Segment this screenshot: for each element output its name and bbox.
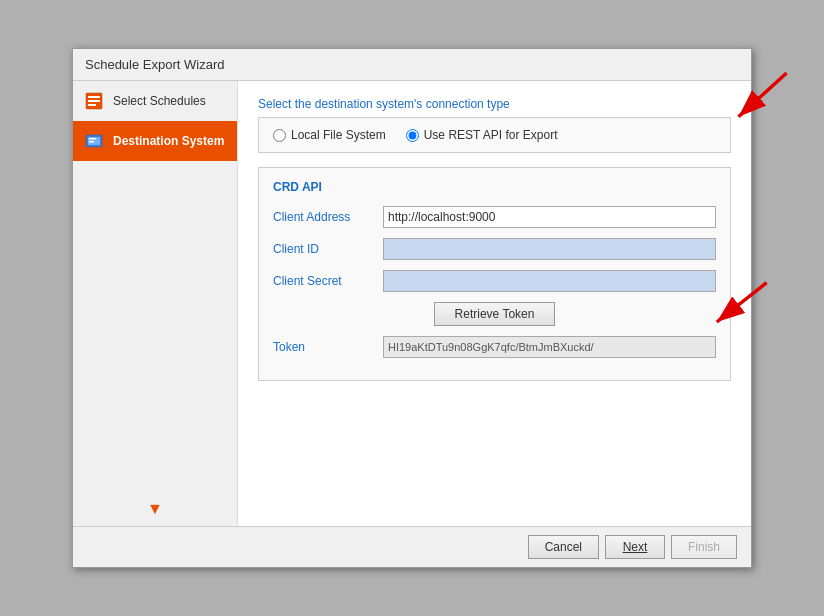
svg-rect-6 bbox=[89, 138, 96, 140]
connection-type-section: Select the destination system's connecti… bbox=[258, 97, 731, 153]
svg-rect-2 bbox=[88, 100, 100, 102]
dialog-title-bar: Schedule Export Wizard bbox=[73, 49, 751, 81]
radio-local-file-label: Local File System bbox=[291, 128, 386, 142]
token-input[interactable] bbox=[383, 336, 716, 358]
dialog-title: Schedule Export Wizard bbox=[85, 57, 224, 72]
radio-rest-api-label: Use REST API for Export bbox=[424, 128, 558, 142]
connection-type-radio-group: Local File System Use REST API for Expor… bbox=[258, 117, 731, 153]
next-button[interactable]: Next bbox=[605, 535, 665, 559]
radio-rest-api-input[interactable] bbox=[406, 129, 419, 142]
dialog-body: Select Schedules Destination System ▼ bbox=[73, 81, 751, 526]
client-id-input[interactable] bbox=[383, 238, 716, 260]
sidebar-item-destination-system[interactable]: Destination System bbox=[73, 121, 237, 161]
svg-rect-7 bbox=[89, 141, 94, 143]
destination-system-icon bbox=[83, 131, 105, 151]
finish-button: Finish bbox=[671, 535, 737, 559]
radio-local-file-input[interactable] bbox=[273, 129, 286, 142]
cancel-button[interactable]: Cancel bbox=[528, 535, 599, 559]
sidebar-scroll-arrow[interactable]: ▼ bbox=[73, 492, 237, 526]
dialog-footer: Cancel Next Finish bbox=[73, 526, 751, 567]
svg-line-11 bbox=[717, 283, 767, 322]
connection-type-heading: Select the destination system's connecti… bbox=[258, 97, 731, 111]
radio-rest-api[interactable]: Use REST API for Export bbox=[406, 128, 558, 142]
client-secret-label: Client Secret bbox=[273, 274, 373, 288]
svg-rect-1 bbox=[88, 96, 100, 98]
sidebar-item-select-schedules[interactable]: Select Schedules bbox=[73, 81, 237, 121]
client-secret-input[interactable] bbox=[383, 270, 716, 292]
svg-rect-3 bbox=[88, 104, 96, 106]
client-id-row: Client ID bbox=[273, 238, 716, 260]
main-content: Select the destination system's connecti… bbox=[238, 81, 751, 526]
retrieve-token-button[interactable]: Retrieve Token bbox=[434, 302, 556, 326]
radio-local-file[interactable]: Local File System bbox=[273, 128, 386, 142]
client-address-input[interactable] bbox=[383, 206, 716, 228]
sidebar-spacer bbox=[73, 161, 237, 492]
select-schedules-icon bbox=[83, 91, 105, 111]
sidebar-item-destination-system-label: Destination System bbox=[113, 134, 224, 148]
retrieve-token-row: Retrieve Token bbox=[273, 302, 716, 326]
crd-api-section: CRD API Client Address Client ID Client … bbox=[258, 167, 731, 381]
client-secret-row: Client Secret bbox=[273, 270, 716, 292]
sidebar-item-select-schedules-label: Select Schedules bbox=[113, 94, 206, 108]
crd-api-title: CRD API bbox=[273, 180, 716, 194]
sidebar: Select Schedules Destination System ▼ bbox=[73, 81, 238, 526]
token-label: Token bbox=[273, 340, 373, 354]
client-id-label: Client ID bbox=[273, 242, 373, 256]
client-address-row: Client Address bbox=[273, 206, 716, 228]
client-address-label: Client Address bbox=[273, 210, 373, 224]
schedule-export-wizard-dialog: Schedule Export Wizard Select Schedules bbox=[72, 48, 752, 568]
token-row: Token bbox=[273, 336, 716, 358]
